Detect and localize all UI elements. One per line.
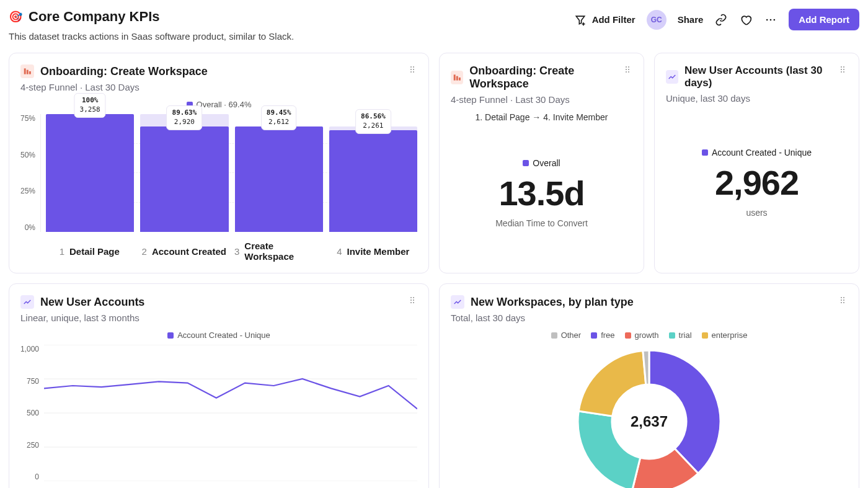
svg-point-34 bbox=[413, 302, 414, 303]
ytick: 0% bbox=[20, 223, 35, 232]
drag-handle-icon[interactable] bbox=[622, 64, 632, 74]
add-filter-button[interactable]: Add Filter bbox=[574, 13, 636, 27]
svg-rect-16 bbox=[459, 78, 461, 81]
line-y-axis: 1,0007505002500 bbox=[20, 345, 44, 481]
chart-icon bbox=[20, 295, 34, 309]
swatch-account-created bbox=[167, 332, 174, 339]
legend-label: free bbox=[601, 331, 614, 340]
svg-point-9 bbox=[413, 66, 414, 68]
svg-point-19 bbox=[626, 69, 627, 70]
card-time-to-convert: Onboarding: Create Workspace 4-step Funn… bbox=[439, 53, 644, 273]
svg-point-42 bbox=[841, 299, 842, 301]
line-legend: Account Created - Unique bbox=[20, 331, 417, 340]
donut-legend: Other free growth trial enterprise bbox=[451, 331, 848, 340]
svg-point-30 bbox=[413, 297, 414, 298]
svg-rect-5 bbox=[24, 68, 26, 74]
svg-point-27 bbox=[841, 71, 842, 73]
add-filter-label: Add Filter bbox=[592, 14, 636, 25]
drag-handle-icon[interactable] bbox=[838, 295, 848, 305]
card-title: New User Accounts (last 30 days) bbox=[684, 64, 838, 89]
legend-label: Overall bbox=[533, 158, 560, 168]
funnel-y-axis: 75% 50% 25% 0% bbox=[20, 114, 40, 232]
card-onboarding-funnel: Onboarding: Create Workspace 4-step Funn… bbox=[9, 53, 429, 273]
svg-point-3 bbox=[770, 19, 772, 20]
swatch-enterprise bbox=[702, 332, 708, 339]
svg-point-22 bbox=[628, 71, 629, 73]
new-users-value: 2,962 bbox=[715, 162, 799, 203]
svg-point-44 bbox=[841, 302, 842, 303]
svg-point-43 bbox=[843, 299, 844, 301]
legend-label: enterprise bbox=[712, 331, 748, 340]
more-icon[interactable] bbox=[764, 13, 777, 27]
donut-slice-enterprise bbox=[578, 350, 645, 416]
swatch-trial bbox=[669, 332, 675, 339]
user-avatar[interactable]: GC bbox=[647, 10, 666, 30]
legend-label: Overall · 69.4% bbox=[197, 100, 252, 109]
card-new-users-value: New User Accounts (last 30 days) Unique,… bbox=[654, 53, 859, 273]
svg-point-45 bbox=[843, 302, 844, 303]
ytick: 250 bbox=[20, 441, 39, 450]
svg-point-8 bbox=[410, 66, 412, 68]
drag-handle-icon[interactable] bbox=[407, 295, 417, 305]
svg-point-25 bbox=[841, 69, 842, 70]
title-row: 🎯 Core Company KPIs bbox=[9, 9, 294, 25]
donut-chart: 2,637 bbox=[451, 340, 848, 488]
funnel-step-label: 1Detail Page bbox=[45, 241, 134, 262]
funnel-chart: 75% 50% 25% 0% 100%3,25889.63%2,92089.45… bbox=[20, 114, 417, 232]
svg-point-13 bbox=[413, 71, 414, 73]
drag-handle-icon[interactable] bbox=[407, 64, 417, 74]
svg-point-2 bbox=[766, 19, 768, 20]
link-icon[interactable] bbox=[714, 13, 728, 27]
svg-point-33 bbox=[410, 302, 412, 303]
funnel-bar: 89.45%2,612 bbox=[235, 114, 323, 232]
svg-point-24 bbox=[843, 66, 844, 68]
funnel-icon bbox=[20, 64, 34, 78]
share-button[interactable]: Share bbox=[678, 14, 704, 25]
svg-point-29 bbox=[410, 297, 412, 298]
card-subtitle: Total, last 30 days bbox=[451, 313, 634, 323]
swatch-growth bbox=[625, 332, 631, 339]
donut-center-value: 2,637 bbox=[631, 413, 668, 430]
funnel-step-label: 3Create Workspace bbox=[234, 241, 323, 262]
svg-point-40 bbox=[841, 297, 842, 298]
median-time-value: 13.5d bbox=[498, 173, 584, 213]
funnel-steps: 1Detail Page2Account Created3Create Work… bbox=[20, 241, 417, 262]
heart-icon[interactable] bbox=[739, 13, 753, 27]
new-users-sub: users bbox=[746, 208, 767, 218]
share-label: Share bbox=[678, 14, 704, 25]
svg-point-23 bbox=[841, 66, 842, 68]
card-subtitle: 4-step Funnel · Last 30 Days bbox=[451, 94, 622, 105]
card-subtitle: 4-step Funnel · Last 30 Days bbox=[20, 82, 208, 92]
swatch-free bbox=[591, 332, 597, 339]
ytick: 75% bbox=[20, 114, 35, 123]
swatch-account-created bbox=[702, 149, 708, 156]
journey-path: 1. Detail Page → 4. Invite Member bbox=[451, 105, 632, 125]
card-title: New Workspaces, by plan type bbox=[471, 296, 634, 309]
ytick: 25% bbox=[20, 187, 35, 195]
svg-point-28 bbox=[843, 71, 844, 73]
swatch-overall bbox=[523, 160, 529, 166]
svg-rect-6 bbox=[27, 70, 29, 74]
swatch-other bbox=[551, 332, 557, 339]
median-time-sub: Median Time to Convert bbox=[495, 218, 588, 228]
svg-point-31 bbox=[410, 299, 412, 301]
legend-label: Account Created - Unique bbox=[712, 148, 812, 157]
svg-point-12 bbox=[410, 71, 412, 73]
cards-grid: Onboarding: Create Workspace 4-step Funn… bbox=[9, 53, 859, 488]
ytick: 750 bbox=[20, 377, 39, 386]
card-title: Onboarding: Create Workspace bbox=[469, 64, 622, 91]
card-new-users-line: New User Accounts Linear, unique, last 3… bbox=[9, 283, 429, 488]
svg-point-18 bbox=[628, 66, 629, 68]
add-report-button[interactable]: Add Report bbox=[789, 9, 859, 30]
legend-label: Account Created - Unique bbox=[177, 331, 270, 340]
page-header: 🎯 Core Company KPIs This dataset tracks … bbox=[9, 9, 859, 42]
funnel-icon bbox=[451, 71, 463, 84]
svg-point-21 bbox=[626, 71, 627, 73]
legend-label: growth bbox=[635, 331, 659, 340]
svg-point-11 bbox=[413, 69, 414, 70]
svg-point-17 bbox=[626, 66, 627, 68]
chart-icon bbox=[451, 295, 464, 309]
drag-handle-icon[interactable] bbox=[838, 64, 848, 74]
svg-point-26 bbox=[843, 69, 844, 70]
funnel-step-label: 2Account Created bbox=[140, 241, 229, 262]
